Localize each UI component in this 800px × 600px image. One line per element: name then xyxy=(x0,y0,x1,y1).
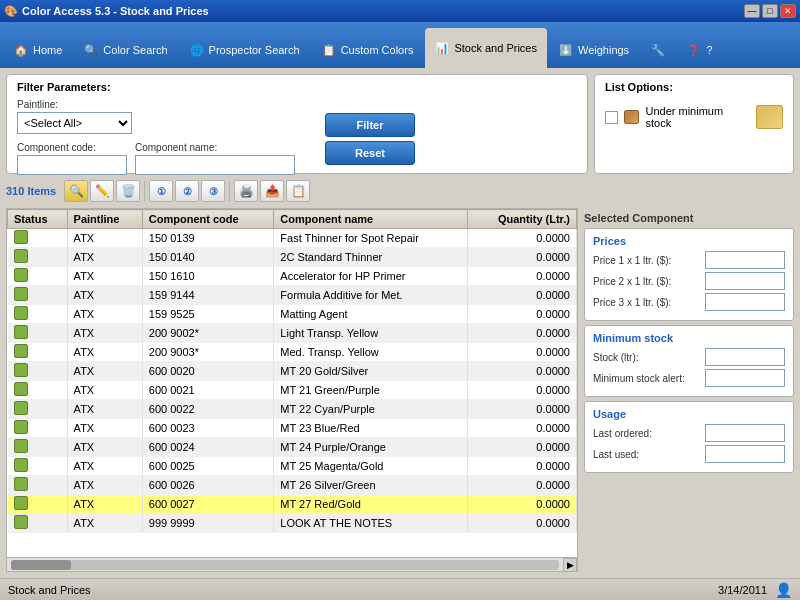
status-cell xyxy=(8,343,68,362)
min-stock-alert-input[interactable] xyxy=(705,369,785,387)
color-search-icon: 🔍 xyxy=(84,44,98,57)
table-scroll[interactable]: Status Paintline Component code Componen… xyxy=(7,209,577,557)
tab-stock-prices[interactable]: 📊 Stock and Prices xyxy=(425,28,547,68)
tab-prospector-label: Prospector Search xyxy=(209,44,300,56)
edit-tool-button[interactable]: ✏️ xyxy=(90,180,114,202)
name-cell: Light Transp. Yellow xyxy=(274,324,468,343)
num3-tool-button[interactable]: ③ xyxy=(201,180,225,202)
table-row[interactable]: ATX600 0025MT 25 Magenta/Gold0.0000 xyxy=(8,457,577,476)
table-row[interactable]: ATX999 9999LOOK AT THE NOTES0.0000 xyxy=(8,514,577,533)
last-ordered-input[interactable] xyxy=(705,424,785,442)
num2-tool-button[interactable]: ② xyxy=(175,180,199,202)
price3-input[interactable] xyxy=(705,293,785,311)
table-row[interactable]: ATX159 9525Matting Agent0.0000 xyxy=(8,305,577,324)
filter-panel-title: Filter Parameters: xyxy=(17,81,577,93)
status-cell xyxy=(8,248,68,267)
min-stock-title: Minimum stock xyxy=(593,332,785,344)
tab-tools[interactable]: 🔧 xyxy=(641,32,675,68)
filter-buttons: Filter Reset xyxy=(325,113,415,165)
scroll-right-button[interactable]: ▶ xyxy=(563,558,577,572)
stock-ltr-input[interactable] xyxy=(705,348,785,366)
qty-cell: 0.0000 xyxy=(468,476,577,495)
paintline-select[interactable]: <Select All> ATX xyxy=(17,112,132,134)
export2-tool-button[interactable]: 📋 xyxy=(286,180,310,202)
last-used-row: Last used: xyxy=(593,445,785,463)
status-cell xyxy=(8,362,68,381)
status-icon xyxy=(14,382,28,396)
horizontal-scrollbar[interactable]: ▶ xyxy=(7,557,577,571)
status-cell xyxy=(8,267,68,286)
search-tool-button[interactable]: 🔍 xyxy=(64,180,88,202)
export1-tool-button[interactable]: 📤 xyxy=(260,180,284,202)
print-tool-button[interactable]: 🖨️ xyxy=(234,180,258,202)
table-row[interactable]: ATX600 0026MT 26 Silver/Green0.0000 xyxy=(8,476,577,495)
price1-input[interactable] xyxy=(705,251,785,269)
name-cell: MT 21 Green/Purple xyxy=(274,381,468,400)
code-cell: 150 0139 xyxy=(142,229,273,248)
data-table-container: Status Paintline Component code Componen… xyxy=(6,208,578,572)
name-cell: MT 23 Blue/Red xyxy=(274,419,468,438)
tab-weighings-label: Weighings xyxy=(578,44,629,56)
stock-ltr-row: Stock (ltr): xyxy=(593,348,785,366)
num1-tool-button[interactable]: ① xyxy=(149,180,173,202)
status-icon xyxy=(14,230,28,244)
price2-row: Price 2 x 1 ltr. ($): xyxy=(593,272,785,290)
component-name-input[interactable] xyxy=(135,155,295,175)
filter-button[interactable]: Filter xyxy=(325,113,415,137)
price2-input[interactable] xyxy=(705,272,785,290)
tab-color-search[interactable]: 🔍 Color Search xyxy=(74,32,177,68)
table-row[interactable]: ATX600 0027MT 27 Red/Gold0.0000 xyxy=(8,495,577,514)
status-icon xyxy=(14,496,28,510)
code-cell: 600 0020 xyxy=(142,362,273,381)
tab-weighings[interactable]: ⬇️ Weighings xyxy=(549,32,639,68)
tab-prospector-search[interactable]: 🌐 Prospector Search xyxy=(180,32,310,68)
name-cell: MT 26 Silver/Green xyxy=(274,476,468,495)
table-row[interactable]: ATX150 01402C Standard Thinner0.0000 xyxy=(8,248,577,267)
qty-cell: 0.0000 xyxy=(468,381,577,400)
table-row[interactable]: ATX200 9002*Light Transp. Yellow0.0000 xyxy=(8,324,577,343)
code-cell: 600 0023 xyxy=(142,419,273,438)
component-code-input[interactable] xyxy=(17,155,127,175)
qty-cell: 0.0000 xyxy=(468,514,577,533)
code-cell: 600 0021 xyxy=(142,381,273,400)
status-icon xyxy=(14,439,28,453)
tab-home[interactable]: 🏠 Home xyxy=(4,32,72,68)
table-row[interactable]: ATX600 0020MT 20 Gold/Silver0.0000 xyxy=(8,362,577,381)
maximize-button[interactable]: □ xyxy=(762,4,778,18)
status-cell xyxy=(8,400,68,419)
qty-cell: 0.0000 xyxy=(468,457,577,476)
col-status: Status xyxy=(8,210,68,229)
table-row[interactable]: ATX600 0021MT 21 Green/Purple0.0000 xyxy=(8,381,577,400)
table-row[interactable]: ATX600 0022MT 22 Cyan/Purple0.0000 xyxy=(8,400,577,419)
col-component-name: Component name xyxy=(274,210,468,229)
last-ordered-label: Last ordered: xyxy=(593,428,705,439)
window-title: Color Access 5.3 - Stock and Prices xyxy=(22,5,209,17)
reset-button[interactable]: Reset xyxy=(325,141,415,165)
delete-tool-button[interactable]: 🗑️ xyxy=(116,180,140,202)
close-button[interactable]: ✕ xyxy=(780,4,796,18)
toolbar-separator-1 xyxy=(144,181,145,201)
table-row[interactable]: ATX150 1610Accelerator for HP Primer0.00… xyxy=(8,267,577,286)
status-icon xyxy=(14,515,28,529)
code-cell: 200 9003* xyxy=(142,343,273,362)
paintline-cell: ATX xyxy=(67,476,142,495)
minimize-button[interactable]: — xyxy=(744,4,760,18)
paintline-cell: ATX xyxy=(67,229,142,248)
table-row[interactable]: ATX600 0023MT 23 Blue/Red0.0000 xyxy=(8,419,577,438)
status-icon xyxy=(14,458,28,472)
name-cell: Fast Thinner for Spot Repair xyxy=(274,229,468,248)
tab-custom-colors[interactable]: 📋 Custom Colors xyxy=(312,32,424,68)
table-row[interactable]: ATX150 0139Fast Thinner for Spot Repair0… xyxy=(8,229,577,248)
name-cell: Accelerator for HP Primer xyxy=(274,267,468,286)
last-used-input[interactable] xyxy=(705,445,785,463)
table-row[interactable]: ATX600 0024MT 24 Purple/Orange0.0000 xyxy=(8,438,577,457)
table-row[interactable]: ATX200 9003*Med. Transp. Yellow0.0000 xyxy=(8,343,577,362)
qty-cell: 0.0000 xyxy=(468,286,577,305)
under-min-stock-checkbox[interactable] xyxy=(605,111,618,124)
table-row[interactable]: ATX159 9144Formula Additive for Met.0.00… xyxy=(8,286,577,305)
component-name-label: Component name: xyxy=(135,142,295,153)
paintline-cell: ATX xyxy=(67,381,142,400)
tab-help[interactable]: ❓ ? xyxy=(677,32,722,68)
stock-icon xyxy=(624,110,640,124)
col-quantity: Quantity (Ltr.) xyxy=(468,210,577,229)
